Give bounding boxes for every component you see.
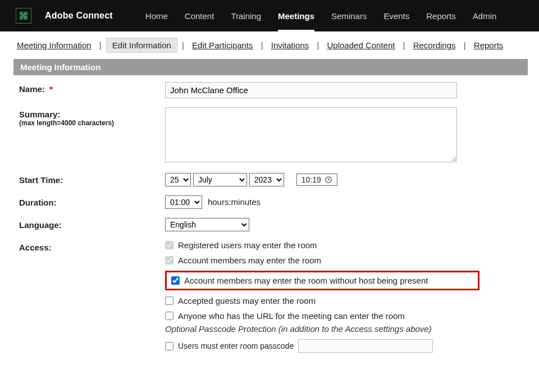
language-select[interactable]: English [165,218,249,231]
passcode-label: Users must enter room passcode [178,341,294,350]
separator: | [95,40,106,50]
subtab-reports[interactable]: Reports [471,38,507,52]
row-access: Access: Registered users may enter the r… [19,240,526,353]
separator: | [459,40,471,50]
start-day-select[interactable]: 25 [165,173,191,186]
duration-suffix: hours:minutes [208,197,261,207]
nav-item-home[interactable]: Home [145,0,168,31]
nav-item-meetings[interactable]: Meetings [278,0,314,31]
access-label-0: Registered users may enter the room [178,240,317,250]
subtab-edit-information[interactable]: Edit Information [106,38,177,53]
label-name-text: Name: [19,84,45,94]
brand-logo [16,8,31,24]
access-label-4: Anyone who has the URL for the meeting c… [178,311,405,321]
access-option-3: Accepted guests may enter the room [165,296,526,306]
label-summary: Summary: (max length=4000 characters) [19,107,165,127]
access-checkbox-2[interactable] [171,276,180,285]
summary-textarea[interactable] [165,107,457,162]
passcode-checkbox[interactable] [165,342,173,350]
access-label-3: Accepted guests may enter the room [178,296,316,306]
nav-item-reports[interactable]: Reports [426,0,456,31]
access-checkbox-3[interactable] [165,297,173,305]
edit-form: Name: * Summary: (max length=4000 charac… [0,82,539,379]
start-time-box[interactable]: 10:19 [296,174,337,186]
start-year-select[interactable]: 2023 [249,173,284,186]
passcode-note: Optional Passcode Protection (in additio… [165,324,526,334]
nav-item-content[interactable]: Content [185,0,214,31]
start-month-select[interactable]: July [193,173,247,186]
clock-icon [325,176,332,184]
label-name: Name: * [19,82,165,94]
name-input[interactable] [165,82,457,98]
label-start-time: Start Time: [19,173,165,185]
nav-item-training[interactable]: Training [231,0,261,31]
required-marker: * [49,84,53,94]
label-access: Access: [19,240,165,252]
section-title: Meeting Information [13,59,528,75]
subtab-meeting-information[interactable]: Meeting Information [13,38,95,52]
separator: | [398,40,409,50]
label-summary-text: Summary: [19,110,60,119]
label-summary-sub: (max length=4000 characters) [19,119,165,127]
access-option-2: Account members may enter the room witho… [165,271,479,290]
separator: | [177,40,189,50]
row-language: Language: English [19,218,526,231]
row-name: Name: * [19,82,526,98]
subtab-edit-participants[interactable]: Edit Participants [189,38,256,52]
brand-name: Adobe Connect [45,11,113,21]
access-option-0: Registered users may enter the room [165,240,526,250]
access-label-2: Account members may enter the room witho… [184,276,428,285]
access-label-1: Account members may enter the room [178,256,321,265]
subtab-invitations[interactable]: Invitations [268,38,313,52]
nav-item-events[interactable]: Events [383,0,409,31]
access-list: Registered users may enter the roomAccou… [165,240,526,321]
row-duration: Duration: 01:00 hours:minutes [19,195,526,209]
duration-select[interactable]: 01:00 [165,195,202,209]
label-duration: Duration: [19,195,165,207]
sub-tabs: Meeting Information | Edit Information |… [0,31,539,56]
access-checkbox-0 [165,241,173,249]
start-time-value: 10:19 [302,175,321,184]
passcode-input[interactable] [298,339,433,353]
subtab-uploaded-content[interactable]: Uploaded Content [324,38,399,52]
logo-icon [19,11,29,21]
passcode-row: Users must enter room passcode [165,339,526,353]
nav-item-admin[interactable]: Admin [473,0,497,31]
access-checkbox-4[interactable] [165,312,173,320]
row-summary: Summary: (max length=4000 characters) [19,107,526,164]
access-checkbox-1 [165,256,173,265]
nav-item-seminars[interactable]: Seminars [331,0,367,31]
row-start-time: Start Time: 25 July 2023 10:19 [19,173,526,186]
separator: | [257,40,268,50]
subtab-recordings[interactable]: Recordings [410,38,459,52]
separator: | [312,40,323,50]
main-nav: HomeContentTrainingMeetingsSeminarsEvent… [145,0,497,31]
label-language: Language: [19,218,165,230]
access-option-4: Anyone who has the URL for the meeting c… [165,311,526,321]
topbar: Adobe Connect HomeContentTrainingMeeting… [0,0,539,31]
access-option-1: Account members may enter the room [165,256,526,265]
